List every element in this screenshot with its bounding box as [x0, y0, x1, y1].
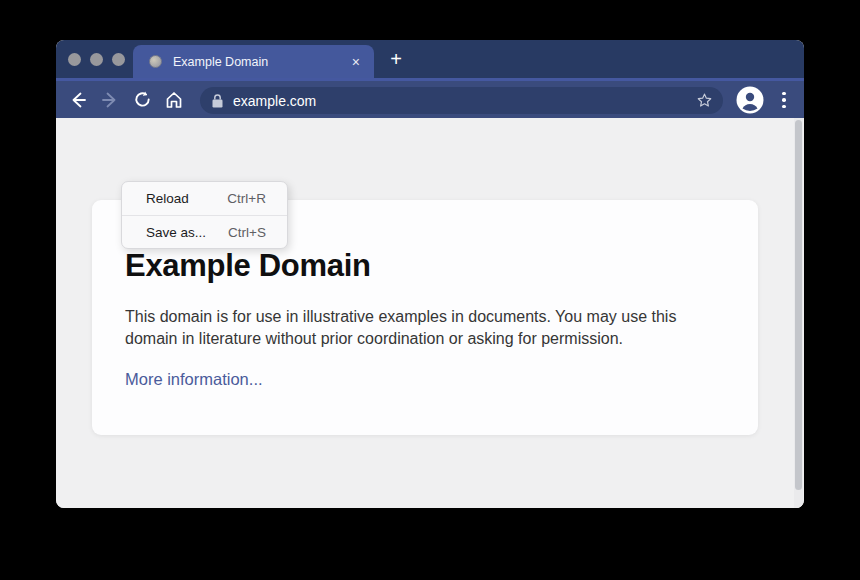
menu-item-shortcut: Ctrl+S	[228, 225, 266, 240]
kebab-menu-icon	[782, 92, 786, 96]
page-viewport: Example Domain This domain is for use in…	[56, 118, 804, 508]
minimize-window-icon[interactable]	[90, 53, 103, 66]
forward-button[interactable]	[94, 85, 126, 115]
menu-item-label: Save as...	[146, 225, 206, 240]
tab-close-icon[interactable]: ×	[350, 55, 362, 69]
bookmark-button[interactable]	[696, 92, 713, 109]
menu-item-shortcut: Ctrl+R	[227, 191, 266, 206]
forward-arrow-icon	[100, 90, 120, 110]
tab-example-domain[interactable]: Example Domain ×	[133, 45, 374, 78]
menu-item-reload[interactable]: Reload Ctrl+R	[122, 182, 287, 215]
home-icon	[164, 90, 184, 110]
context-menu: Reload Ctrl+R Save as... Ctrl+S	[121, 181, 288, 249]
reload-icon	[133, 90, 152, 109]
profile-button[interactable]	[736, 86, 764, 114]
back-arrow-icon	[68, 90, 88, 110]
paragraph-line-1: This domain is for use in illustrative e…	[125, 306, 718, 328]
paragraph-line-2: domain in literature without prior coord…	[125, 328, 718, 350]
window-controls	[68, 53, 125, 66]
close-window-icon[interactable]	[68, 53, 81, 66]
home-button[interactable]	[158, 85, 190, 115]
page-paragraph: This domain is for use in illustrative e…	[125, 306, 718, 350]
page-title: Example Domain	[125, 248, 718, 284]
url-text: example.com	[233, 93, 696, 109]
browser-toolbar: example.com	[56, 78, 804, 118]
avatar-icon	[736, 86, 764, 114]
menu-item-label: Reload	[146, 191, 189, 206]
back-button[interactable]	[62, 85, 94, 115]
tab-bar: Example Domain × +	[56, 40, 804, 78]
lock-icon	[212, 94, 223, 108]
reload-button[interactable]	[126, 85, 158, 115]
browser-window: Example Domain × +	[56, 40, 804, 508]
scrollbar-thumb[interactable]	[795, 120, 802, 490]
more-information-link[interactable]: More information...	[125, 370, 263, 389]
tab-title: Example Domain	[173, 55, 350, 69]
browser-menu-button[interactable]	[776, 86, 792, 114]
address-bar[interactable]: example.com	[200, 87, 723, 114]
maximize-window-icon[interactable]	[112, 53, 125, 66]
star-icon	[696, 92, 713, 109]
menu-item-save-as[interactable]: Save as... Ctrl+S	[122, 215, 287, 248]
new-tab-button[interactable]: +	[386, 44, 406, 74]
globe-favicon-icon	[149, 55, 162, 68]
